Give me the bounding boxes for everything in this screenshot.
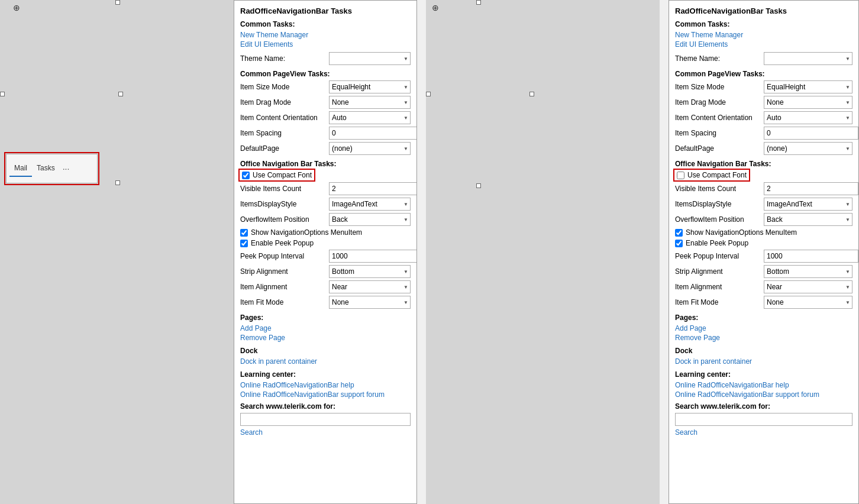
left-add-page[interactable]: Add Page xyxy=(240,324,411,332)
right-item-alignment-label: Item Alignment xyxy=(675,283,764,291)
right-use-compact-font-label: Use Compact Font xyxy=(687,171,747,179)
right-edit-ui-elements[interactable]: Edit UI Elements xyxy=(675,40,852,49)
right-peek-popup-interval-input[interactable] xyxy=(764,250,858,263)
nav-tab-tasks-left[interactable]: Tasks xyxy=(32,160,60,177)
left-item-drag-mode-wrapper[interactable]: None Reorder Float xyxy=(329,96,411,109)
right-dock-in-parent[interactable]: Dock in parent container xyxy=(675,357,852,366)
right-item-fit-mode-wrapper[interactable]: None xyxy=(764,296,852,309)
left-strip-alignment[interactable]: Bottom Top Left Right xyxy=(329,265,411,278)
right-online-forum[interactable]: Online RadOfficeNavigationBar support fo… xyxy=(675,390,852,399)
left-item-size-mode-wrapper[interactable]: EqualHeight UseItemSizeMode EqualWidth xyxy=(329,80,411,93)
right-items-display-style[interactable]: ImageAndText xyxy=(764,198,852,211)
right-use-compact-font-checkbox[interactable] xyxy=(677,172,684,179)
left-item-fit-mode[interactable]: None Shrink Fill xyxy=(329,296,411,309)
right-item-alignment-wrapper[interactable]: Near Center Far xyxy=(764,280,852,293)
left-item-spacing-input[interactable] xyxy=(329,127,417,140)
left-new-theme-manager[interactable]: New Theme Manager xyxy=(240,31,411,39)
right-item-drag-mode[interactable]: None xyxy=(764,96,852,109)
resize-handle-right[interactable] xyxy=(118,92,123,96)
left-strip-alignment-wrapper[interactable]: Bottom Top Left Right xyxy=(329,265,411,278)
right-item-content-orientation-wrapper[interactable]: Auto xyxy=(764,111,852,124)
left-tasks-panel: RadOfficeNavigationBar Tasks Common Task… xyxy=(234,0,417,504)
right-item-content-orientation[interactable]: Auto xyxy=(764,111,852,124)
left-item-content-orientation[interactable]: Auto Horizontal Vertical xyxy=(329,111,411,124)
right-online-help[interactable]: Online RadOfficeNavigationBar help xyxy=(675,381,852,389)
left-dock-in-parent[interactable]: Dock in parent container xyxy=(240,357,411,366)
left-item-content-orientation-wrapper[interactable]: Auto Horizontal Vertical xyxy=(329,111,411,124)
left-show-nav-options-checkbox[interactable] xyxy=(240,229,248,237)
right-overflow-item-position-wrapper[interactable]: Back xyxy=(764,213,852,226)
move-icon-middle[interactable]: ⊕ xyxy=(432,3,439,12)
left-overflow-item-position-wrapper[interactable]: Back Front xyxy=(329,213,411,226)
resize-handle-left[interactable] xyxy=(0,92,5,96)
right-item-drag-mode-label: Item Drag Mode xyxy=(675,98,764,106)
left-dock-label: Dock xyxy=(240,347,411,355)
nav-tab-mail-left[interactable]: Mail xyxy=(9,160,32,177)
left-item-spacing-label: Item Spacing xyxy=(240,129,329,137)
left-item-drag-mode[interactable]: None Reorder Float xyxy=(329,96,411,109)
left-item-size-mode[interactable]: EqualHeight UseItemSizeMode EqualWidth xyxy=(329,80,411,93)
right-item-alignment[interactable]: Near Center Far xyxy=(764,280,852,293)
right-item-fit-mode[interactable]: None xyxy=(764,296,852,309)
right-item-drag-mode-wrapper[interactable]: None xyxy=(764,96,852,109)
move-icon-left[interactable]: ⊕ xyxy=(13,3,20,12)
left-default-page-wrapper[interactable]: (none) xyxy=(329,142,411,155)
resize-handle-bottom-mid[interactable] xyxy=(476,183,481,188)
left-overflow-item-position[interactable]: Back Front xyxy=(329,213,411,226)
left-use-compact-font-checkbox[interactable] xyxy=(242,172,250,179)
left-item-fit-mode-wrapper[interactable]: None Shrink Fill xyxy=(329,296,411,309)
resize-handle-top[interactable] xyxy=(115,0,120,5)
left-learning-center-label: Learning center: xyxy=(240,370,411,379)
left-use-compact-font-highlight: Use Compact Font xyxy=(240,170,314,180)
resize-handle-bottom[interactable] xyxy=(115,180,120,185)
left-search-input[interactable] xyxy=(240,413,411,426)
right-remove-page[interactable]: Remove Page xyxy=(675,334,852,342)
right-new-theme-manager[interactable]: New Theme Manager xyxy=(675,31,852,39)
right-item-spacing-input[interactable] xyxy=(764,127,858,140)
right-default-page-wrapper[interactable]: (none) xyxy=(764,142,852,155)
left-visible-items-count-input[interactable] xyxy=(329,182,417,195)
right-items-display-style-wrapper[interactable]: ImageAndText xyxy=(764,198,852,211)
left-peek-popup-interval-label: Peek Popup Interval xyxy=(240,252,329,260)
left-search-button[interactable]: Search xyxy=(240,428,411,437)
left-default-page-label: DefaultPage xyxy=(240,144,329,153)
right-theme-name-select-wrapper[interactable] xyxy=(764,52,852,65)
right-item-fit-mode-label: Item Fit Mode xyxy=(675,298,764,306)
resize-handle-right-mid[interactable] xyxy=(529,92,534,96)
right-item-size-mode-wrapper[interactable]: EqualHeight xyxy=(764,80,852,93)
right-overflow-item-position[interactable]: Back xyxy=(764,213,852,226)
middle-canvas: ⊕ Mail Tasks ··· xyxy=(426,0,660,504)
left-edit-ui-elements[interactable]: Edit UI Elements xyxy=(240,40,411,49)
left-peek-popup-interval-input[interactable] xyxy=(329,250,417,263)
left-online-forum[interactable]: Online RadOfficeNavigationBar support fo… xyxy=(240,390,411,399)
left-default-page[interactable]: (none) xyxy=(329,142,411,155)
right-search-input[interactable] xyxy=(675,413,852,426)
left-theme-name-select[interactable] xyxy=(329,52,411,65)
left-online-help[interactable]: Online RadOfficeNavigationBar help xyxy=(240,381,411,389)
left-item-alignment[interactable]: Near Center Far xyxy=(329,280,411,293)
right-show-nav-options-checkbox[interactable] xyxy=(675,229,683,237)
right-strip-alignment-wrapper[interactable]: Bottom Top xyxy=(764,265,852,278)
left-item-alignment-wrapper[interactable]: Near Center Far xyxy=(329,280,411,293)
right-default-page[interactable]: (none) xyxy=(764,142,852,155)
left-remove-page[interactable]: Remove Page xyxy=(240,334,411,342)
left-items-display-style[interactable]: ImageAndText Image Text xyxy=(329,198,411,211)
left-items-display-style-wrapper[interactable]: ImageAndText Image Text xyxy=(329,198,411,211)
right-visible-items-count-input[interactable] xyxy=(764,182,858,195)
nav-more-left[interactable]: ··· xyxy=(60,163,73,175)
resize-handle-top-mid[interactable] xyxy=(476,0,481,5)
right-search-button[interactable]: Search xyxy=(675,428,852,437)
right-add-page[interactable]: Add Page xyxy=(675,324,852,332)
left-item-fit-mode-label: Item Fit Mode xyxy=(240,298,329,306)
right-enable-peek-popup-checkbox[interactable] xyxy=(675,240,683,247)
right-theme-name-select[interactable] xyxy=(764,52,852,65)
left-enable-peek-popup-checkbox[interactable] xyxy=(240,240,248,247)
left-strip-alignment-label: Strip Alignment xyxy=(240,267,329,276)
right-strip-alignment[interactable]: Bottom Top xyxy=(764,265,852,278)
left-panel-title: RadOfficeNavigationBar Tasks xyxy=(240,7,411,15)
left-theme-name-select-wrapper[interactable] xyxy=(329,52,411,65)
right-common-tasks-label: Common Tasks: xyxy=(675,20,852,28)
resize-handle-left-mid[interactable] xyxy=(426,92,431,96)
right-item-size-mode[interactable]: EqualHeight xyxy=(764,80,852,93)
nav-bar-left: Mail Tasks ··· xyxy=(6,154,98,183)
